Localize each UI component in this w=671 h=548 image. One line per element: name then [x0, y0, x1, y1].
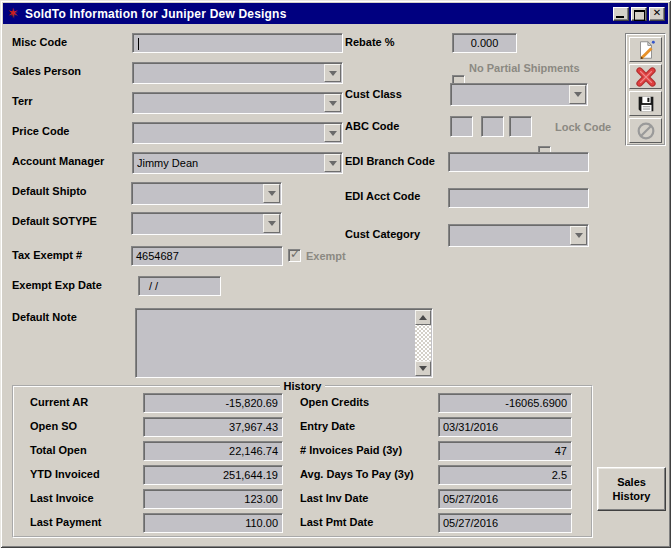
abc-code-input-1[interactable] [450, 116, 473, 137]
exempt-checkbox[interactable] [288, 249, 301, 262]
misc-code-input[interactable] [132, 33, 343, 53]
default-shipto-combo[interactable] [131, 182, 282, 205]
close-button[interactable] [649, 7, 665, 21]
current-ar-value: -15,820.69 [143, 393, 283, 413]
minimize-button[interactable] [613, 7, 629, 21]
entry-date-value: 03/31/2016 [438, 417, 572, 437]
delete-record-icon [635, 66, 657, 88]
open-so-label: Open SO [30, 420, 77, 432]
cust-category-label: Cust Category [345, 228, 420, 240]
titlebar: SoldTo Information for Juniper Dew Desig… [3, 3, 668, 24]
edi-branch-label: EDI Branch Code [345, 155, 435, 167]
default-note-textarea[interactable] [135, 308, 433, 378]
edi-acct-input[interactable] [448, 188, 589, 208]
current-ar-label: Current AR [30, 396, 88, 408]
avg-days-to-pay-label: Avg. Days To Pay (3y) [300, 468, 414, 480]
dropdown-arrow-button[interactable] [263, 214, 280, 233]
cust-class-label: Cust Class [345, 88, 402, 100]
abc-code-input-3[interactable] [509, 116, 532, 137]
cancel-icon [635, 120, 657, 142]
open-credits-value: -16065.6900 [438, 393, 572, 413]
default-sotype-label: Default SOTYPE [12, 215, 97, 227]
rebate-label: Rebate % [345, 36, 395, 48]
window-title: SoldTo Information for Juniper Dew Desig… [25, 7, 611, 21]
entry-date-label: Entry Date [300, 420, 355, 432]
dropdown-arrow-button[interactable] [570, 226, 587, 245]
chevron-down-icon [329, 131, 337, 136]
maximize-button[interactable] [631, 7, 647, 21]
total-open-label: Total Open [30, 444, 87, 456]
lock-code-label: Lock Code [555, 121, 611, 133]
chevron-down-icon [329, 71, 337, 76]
edi-branch-input[interactable] [448, 152, 589, 172]
sales-person-combo[interactable] [132, 62, 343, 84]
last-invoice-value: 123.00 [143, 489, 283, 509]
open-credits-label: Open Credits [300, 396, 369, 408]
chevron-down-icon [575, 233, 583, 238]
arrow-up-icon [419, 315, 427, 320]
dropdown-arrow-button[interactable] [324, 124, 341, 142]
cust-category-combo[interactable] [448, 224, 589, 247]
default-sotype-combo[interactable] [131, 212, 282, 235]
default-note-label: Default Note [12, 311, 77, 323]
dropdown-arrow-button[interactable] [324, 94, 341, 112]
edi-acct-label: EDI Acct Code [345, 190, 420, 202]
dropdown-arrow-button[interactable] [263, 184, 280, 203]
dropdown-arrow-button[interactable] [324, 64, 341, 82]
last-pmt-date-label: Last Pmt Date [300, 516, 373, 528]
account-manager-label: Account Manager [12, 155, 104, 167]
price-code-combo[interactable] [132, 122, 343, 144]
delete-record-button[interactable] [629, 64, 662, 89]
no-partial-shipments-label: No Partial Shipments [469, 62, 580, 74]
note-scrollbar[interactable] [415, 310, 431, 376]
edit-record-icon [635, 39, 657, 61]
invoices-paid-label: # Invoices Paid (3y) [300, 444, 402, 456]
last-pmt-date-value: 05/27/2016 [438, 513, 572, 533]
soldto-dialog: SoldTo Information for Juniper Dew Desig… [0, 0, 671, 548]
cancel-button[interactable] [629, 118, 662, 143]
chevron-down-icon [329, 101, 337, 106]
default-shipto-label: Default Shipto [12, 185, 87, 197]
total-open-value: 22,146.74 [143, 441, 283, 461]
account-manager-combo[interactable]: Jimmy Dean [132, 152, 343, 174]
ytd-invoiced-label: YTD Invoiced [30, 468, 100, 480]
sales-history-button[interactable]: Sales History [597, 467, 666, 511]
cust-class-combo[interactable] [450, 83, 588, 106]
exempt-exp-date-label: Exempt Exp Date [12, 279, 102, 291]
arrow-down-icon [419, 366, 427, 371]
edit-record-button[interactable] [629, 37, 662, 62]
last-payment-value: 110.00 [143, 513, 283, 533]
chevron-down-icon [329, 161, 337, 166]
terr-label: Terr [12, 95, 33, 107]
dropdown-arrow-button[interactable] [569, 85, 586, 104]
exempt-exp-date-input[interactable]: / / [138, 276, 221, 296]
rebate-input[interactable]: 0.000 [452, 33, 517, 53]
chevron-down-icon [268, 221, 276, 226]
avg-days-to-pay-value: 2.5 [438, 465, 572, 485]
last-payment-label: Last Payment [30, 516, 102, 528]
price-code-label: Price Code [12, 125, 69, 137]
save-record-button[interactable] [629, 91, 662, 116]
record-toolbar [625, 33, 666, 146]
ytd-invoiced-value: 251,644.19 [143, 465, 283, 485]
terr-combo[interactable] [132, 92, 343, 114]
invoices-paid-value: 47 [438, 441, 572, 461]
text-caret [138, 38, 139, 50]
exempt-checkbox-label: Exempt [306, 250, 346, 262]
last-invoice-label: Last Invoice [30, 492, 94, 504]
abc-code-input-2[interactable] [481, 116, 504, 137]
sales-person-label: Sales Person [12, 65, 81, 77]
scroll-up-button[interactable] [415, 310, 431, 325]
history-legend: History [280, 380, 326, 392]
last-inv-date-value: 05/27/2016 [438, 489, 572, 509]
open-so-value: 37,967.43 [143, 417, 283, 437]
misc-code-label: Misc Code [12, 36, 67, 48]
chevron-down-icon [574, 92, 582, 97]
chevron-down-icon [268, 191, 276, 196]
last-inv-date-label: Last Inv Date [300, 492, 368, 504]
save-record-icon [635, 93, 657, 115]
dropdown-arrow-button[interactable] [324, 154, 341, 172]
tax-exempt-label: Tax Exempt # [12, 249, 82, 261]
scroll-down-button[interactable] [415, 361, 431, 376]
tax-exempt-input[interactable]: 4654687 [131, 246, 283, 266]
